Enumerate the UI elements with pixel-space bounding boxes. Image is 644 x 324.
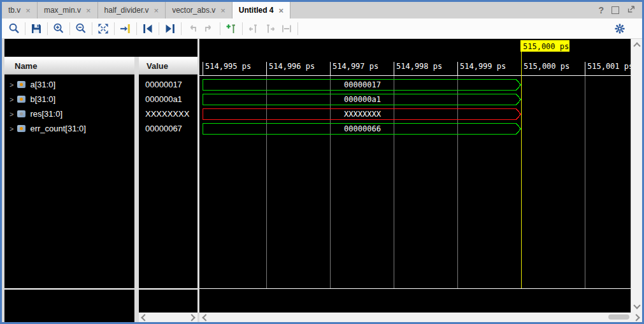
scroll-left-icon[interactable] xyxy=(202,314,209,321)
float-icon[interactable] xyxy=(627,4,636,16)
bus-value: XXXXXXXX xyxy=(344,110,382,119)
tab-bar: tb.v × max_min.v × half_divider.v × vect… xyxy=(2,2,642,19)
vertical-scrollbar[interactable] xyxy=(631,39,642,313)
scrollbar-corner[interactable] xyxy=(631,313,642,322)
waveform-background xyxy=(199,39,631,313)
maximize-icon[interactable] xyxy=(612,6,619,14)
value-panel-divider xyxy=(139,288,197,290)
add-marker-button[interactable] xyxy=(223,20,240,37)
name-panel-divider xyxy=(4,288,134,290)
tab-untitled-4[interactable]: Untitled 4 × xyxy=(233,2,290,19)
scroll-up-icon[interactable] xyxy=(633,42,640,49)
close-icon[interactable]: × xyxy=(219,6,227,15)
name-header-label: Name xyxy=(15,61,37,71)
tab-max_min.v[interactable]: max_min.v × xyxy=(38,2,98,18)
waveform-horizontal-scrollbar[interactable] xyxy=(199,313,631,322)
expand-chevron-icon[interactable]: > xyxy=(10,110,13,118)
axis-tick-label: 514,996 ps xyxy=(269,62,315,71)
waveform-canvas[interactable]: 514,995 ps 514,996 ps 514,997 ps 514,998… xyxy=(199,39,631,313)
toolbar-separator xyxy=(181,22,182,35)
expand-chevron-icon[interactable]: > xyxy=(10,125,13,133)
save-wave-config-button[interactable] xyxy=(28,20,45,37)
toolbar-separator xyxy=(114,22,115,35)
signal-name: res[31:0] xyxy=(30,109,62,119)
bus-signal-icon xyxy=(17,110,25,117)
scroll-left-icon[interactable] xyxy=(141,314,148,321)
tab-label: vector_abs.v xyxy=(172,6,215,15)
tab-half_divider.v[interactable]: half_divider.v × xyxy=(98,2,166,18)
toolbar-separator xyxy=(25,22,25,35)
bus-value: 000000a1 xyxy=(344,95,381,104)
zoom-in-button[interactable] xyxy=(50,20,67,37)
axis-tick-label: 514,999 ps xyxy=(460,62,506,71)
toolbar-separator xyxy=(297,22,298,35)
signal-value: XXXXXXXX xyxy=(145,108,189,119)
signal-value: 000000a1 xyxy=(145,94,182,105)
signal-name: b[31:0] xyxy=(30,94,55,104)
tab-vector_abs.v[interactable]: vector_abs.v × xyxy=(166,2,233,18)
zoom-out-button[interactable] xyxy=(73,20,89,37)
previous-transition-button[interactable] xyxy=(184,20,201,37)
next-marker-button[interactable] xyxy=(262,20,278,37)
tab-tb.v[interactable]: tb.v × xyxy=(2,2,38,18)
toolbar-separator xyxy=(69,22,70,35)
signal-name: err_count[31:0] xyxy=(30,124,85,133)
next-transition-button[interactable] xyxy=(201,20,217,37)
close-icon[interactable]: × xyxy=(278,6,285,15)
expand-chevron-icon[interactable]: > xyxy=(10,96,13,103)
signal-name-panel: > a[31:0] > b[31:0] > res[31:0] > err_co… xyxy=(4,75,134,322)
previous-marker-button[interactable] xyxy=(245,20,262,37)
value-panel-scrollbar[interactable] xyxy=(139,313,197,322)
wave-window-content: Name Value > a[31:0] > b[31:0] > res[31:… xyxy=(2,39,642,322)
close-icon[interactable]: × xyxy=(85,6,92,15)
close-icon[interactable]: × xyxy=(153,6,161,15)
signal-name: a[31:0] xyxy=(30,80,55,89)
signal-value: 00000017 xyxy=(145,79,182,90)
toolbar-separator xyxy=(92,22,92,35)
bus-signal-icon xyxy=(17,125,25,132)
toolbar-separator xyxy=(159,22,159,35)
tab-label: Untitled 4 xyxy=(239,6,274,15)
scroll-down-icon[interactable] xyxy=(633,302,640,309)
waveform-viewer-window: tb.v × max_min.v × half_divider.v × vect… xyxy=(0,0,644,324)
axis-tick-label: 515,000 ps xyxy=(524,62,569,71)
swap-cursors-button[interactable] xyxy=(278,20,295,37)
waveform-toolbar xyxy=(2,18,642,39)
tab-bar-spacer xyxy=(290,2,598,18)
bus-signal-icon xyxy=(17,96,25,103)
signal-row-a[interactable]: > a[31:0] xyxy=(4,79,134,90)
go-to-last-time-button[interactable] xyxy=(162,20,178,37)
scroll-right-icon[interactable] xyxy=(188,314,195,321)
signal-row-err_count[interactable]: > err_count[31:0] xyxy=(4,123,134,134)
value-header-label: Value xyxy=(147,61,168,71)
expand-chevron-icon[interactable]: > xyxy=(10,81,13,89)
panel-top-strip xyxy=(4,39,197,57)
value-column-header[interactable]: Value xyxy=(139,57,197,75)
go-to-cursor-button[interactable] xyxy=(117,20,134,37)
close-icon[interactable]: × xyxy=(24,6,32,15)
settings-gear-button[interactable] xyxy=(612,20,628,37)
bus-value: 00000066 xyxy=(344,124,381,133)
axis-tick-label: 514,998 ps xyxy=(396,62,442,71)
tab-label: max_min.v xyxy=(44,6,81,15)
horizontal-scroll-thumb[interactable] xyxy=(608,314,629,320)
signal-row-b[interactable]: > b[31:0] xyxy=(4,94,134,105)
toolbar-separator xyxy=(47,22,48,35)
tab-label: tb.v xyxy=(8,6,20,15)
signal-value-panel: 00000017 000000a1 XXXXXXXX 00000067 xyxy=(139,75,197,322)
name-column-header[interactable]: Name xyxy=(4,57,134,75)
bus-signal-icon xyxy=(17,81,25,88)
signal-value: 00000067 xyxy=(145,123,182,134)
axis-tick-label: 514,995 ps xyxy=(205,62,251,71)
cursor-time-label: 515,000 ps xyxy=(523,42,569,51)
go-to-time-0-button[interactable] xyxy=(140,20,156,37)
scroll-right-icon[interactable] xyxy=(633,314,640,321)
find-button[interactable] xyxy=(6,20,22,37)
help-icon[interactable]: ? xyxy=(598,5,604,15)
signal-row-res[interactable]: > res[31:0] xyxy=(4,108,134,119)
axis-tick-label: 514,997 ps xyxy=(333,62,378,71)
tab-label: half_divider.v xyxy=(104,6,149,15)
time-axis-labels: 514,995 ps 514,996 ps 514,997 ps 514,998… xyxy=(205,62,631,71)
axis-tick-label: 515,001 ps xyxy=(587,62,631,71)
zoom-fit-button[interactable] xyxy=(95,20,111,37)
